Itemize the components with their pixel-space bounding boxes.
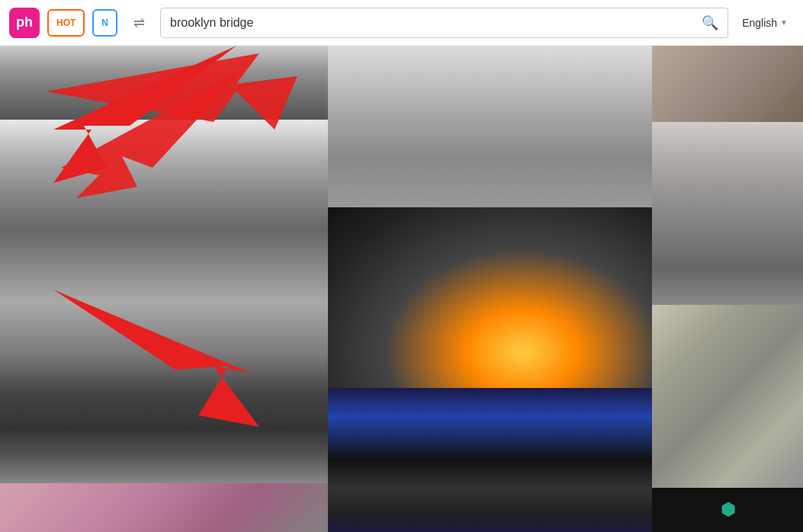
image-right-aerial[interactable] [652, 305, 803, 488]
search-input[interactable] [170, 16, 702, 30]
image-right-logo[interactable]: ⬢ [652, 488, 803, 532]
new-label: N [101, 18, 108, 28]
shuffle-button[interactable]: ⇌ [125, 9, 153, 37]
shuffle-icon: ⇌ [133, 14, 145, 31]
chevron-down-icon: ▼ [780, 18, 788, 27]
image-mid-cables[interactable] [328, 46, 652, 207]
image-mid-liberty[interactable] [328, 207, 652, 388]
image-right-top[interactable] [652, 46, 803, 122]
lang-label: English [742, 17, 777, 29]
image-left-top[interactable] [0, 46, 328, 120]
column-mid [328, 46, 652, 532]
language-selector[interactable]: English ▼ [736, 8, 794, 38]
search-bar: 🔍 [160, 8, 728, 38]
hot-label: HOT [56, 18, 75, 28]
logo-text: ph [16, 14, 33, 30]
image-right-man[interactable] [652, 122, 803, 305]
image-left-city[interactable] [0, 303, 328, 483]
hot-button[interactable]: HOT [47, 9, 85, 37]
main-content: ⬢ [0, 46, 803, 532]
header: ph HOT N ⇌ 🔍 English ▼ [0, 0, 803, 46]
logo[interactable]: ph [9, 8, 40, 38]
column-right: ⬢ [652, 46, 803, 532]
search-icon[interactable]: 🔍 [702, 14, 718, 31]
image-left-main[interactable] [0, 120, 328, 303]
new-button[interactable]: N [92, 9, 117, 37]
image-mid-bridge-night[interactable] [328, 388, 652, 532]
column-left [0, 46, 328, 532]
image-left-cables[interactable] [0, 483, 328, 532]
